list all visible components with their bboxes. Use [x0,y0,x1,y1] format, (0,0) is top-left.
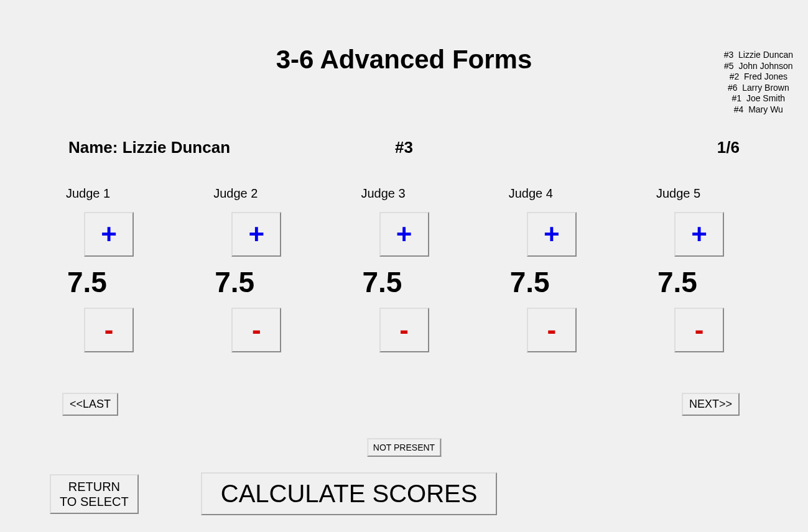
judge-score: 7.5 [62,265,156,299]
not-present-button[interactable]: NOT PRESENT [367,438,441,457]
judge-label: Judge 2 [210,186,303,201]
judge-column-2: Judge 2 + 7.5 - [210,186,303,352]
competitor-progress: 1/6 [717,138,740,157]
bottom-button-row: RETURN TO SELECT CALCULATE SCORES [50,472,758,515]
return-to-select-button[interactable]: RETURN TO SELECT [50,474,139,514]
score-plus-button[interactable]: + [231,212,281,257]
judge-label: Judge 3 [358,186,451,201]
score-minus-button[interactable]: - [379,308,429,352]
judge-column-5: Judge 5 + 7.5 - [652,186,746,352]
roster-item: #6 Larry Brown [724,83,793,94]
judges-row: Judge 1 + 7.5 - Judge 2 + 7.5 - Judge 3 … [62,186,746,352]
judge-column-1: Judge 1 + 7.5 - [62,186,156,352]
judge-label: Judge 5 [652,186,746,201]
judge-score: 7.5 [210,265,303,299]
calculate-scores-button[interactable]: CALCULATE SCORES [201,472,498,515]
roster-item: #5 John Johnson [724,61,793,72]
judge-score: 7.5 [652,265,746,299]
page-title: 3-6 Advanced Forms [0,45,808,75]
roster-item: #1 Joe Smith [724,93,793,104]
roster-item: #3 Lizzie Duncan [724,50,793,61]
roster-item: #4 Mary Wu [724,104,793,116]
judge-label: Judge 4 [505,186,598,201]
judge-column-4: Judge 4 + 7.5 - [505,186,598,352]
judge-column-3: Judge 3 + 7.5 - [358,186,451,352]
competitor-number: #3 [395,138,413,157]
last-button[interactable]: <<LAST [62,393,118,416]
score-minus-button[interactable]: - [527,308,577,352]
competitor-info-row: Name: Lizzie Duncan #3 1/6 [68,138,740,157]
judge-score: 7.5 [358,265,451,299]
judge-label: Judge 1 [62,186,156,201]
next-button[interactable]: NEXT>> [682,393,740,416]
competitor-name: Name: Lizzie Duncan [68,138,230,157]
score-plus-button[interactable]: + [527,212,577,257]
score-minus-button[interactable]: - [84,308,134,352]
score-minus-button[interactable]: - [231,308,281,352]
score-plus-button[interactable]: + [674,212,724,257]
roster-list: #3 Lizzie Duncan #5 John Johnson #2 Fred… [724,50,793,115]
score-plus-button[interactable]: + [84,212,134,257]
score-plus-button[interactable]: + [379,212,429,257]
judge-score: 7.5 [505,265,598,299]
score-minus-button[interactable]: - [674,308,724,352]
roster-item: #2 Fred Jones [724,71,793,83]
